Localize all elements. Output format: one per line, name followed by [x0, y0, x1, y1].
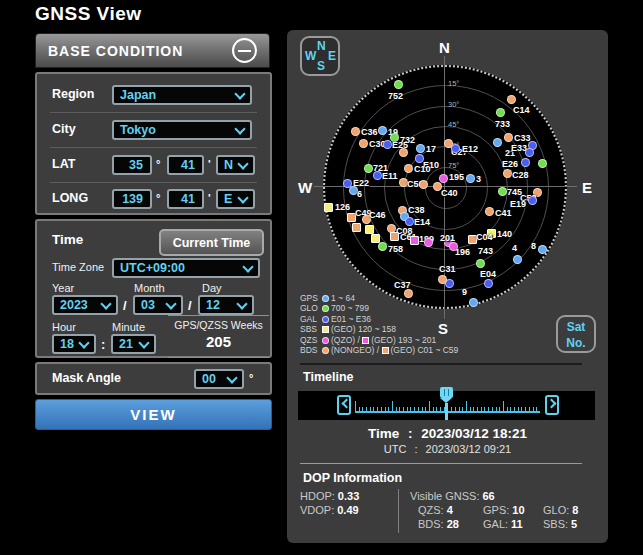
satellite-label: E19: [510, 199, 526, 209]
legend-system-name: QZS: [300, 335, 322, 345]
satellite-label: C46: [369, 210, 386, 220]
lat-minutes-input[interactable]: 41: [167, 155, 204, 175]
satellite-label: 6: [357, 189, 362, 199]
satellite-marker: [404, 164, 413, 173]
mask-angle-label: Mask Angle: [52, 371, 121, 385]
long-hemisphere-select[interactable]: E: [216, 189, 255, 209]
degree-symbol: °: [249, 372, 253, 384]
timeline-left-arrow[interactable]: [337, 395, 351, 415]
legend-system-name: GAL: [300, 314, 322, 324]
month-select[interactable]: 03: [133, 295, 183, 315]
colon: :: [414, 443, 417, 455]
gnss-count: GAL:11: [483, 518, 523, 530]
legend-marker-icon: [322, 347, 329, 354]
legend-marker-icon: [322, 337, 329, 344]
satellite-marker: [424, 238, 433, 247]
collapse-minus-icon[interactable]: [232, 38, 257, 63]
legend-system-name: BDS: [300, 345, 322, 355]
region-value: Japan: [120, 88, 156, 102]
minute-symbol: ': [208, 192, 211, 204]
legend-range-text: (NONGEO) /: [331, 345, 382, 355]
current-time-button[interactable]: Current Time: [159, 229, 264, 256]
chevron-down-icon: [236, 298, 247, 309]
satellite-label: C28: [512, 170, 529, 180]
gnss-count-value: 5: [571, 518, 577, 530]
satellite-label: 9: [462, 287, 467, 297]
sat-no-button[interactable]: Sat No.: [556, 315, 596, 353]
gnss-count: BDS:28: [418, 518, 459, 530]
gnss-count-label: GAL:: [483, 518, 508, 530]
satellite-marker: [496, 108, 505, 117]
hour-select[interactable]: 18: [52, 334, 96, 354]
satellite-label: 8: [531, 241, 536, 251]
gnss-count-value: 8: [572, 504, 578, 516]
satellite-marker: [405, 217, 414, 226]
satellite-marker: [390, 232, 399, 241]
gnss-view-app: GNSS View BASE CONDITION Region Japan Ci…: [0, 0, 643, 555]
timezone-select[interactable]: UTC+09:00: [112, 258, 260, 278]
long-hemisphere-value: E: [224, 192, 232, 206]
compass-south: S: [317, 59, 325, 73]
divider: [50, 182, 257, 183]
region-select[interactable]: Japan: [112, 85, 252, 105]
vdop-value: 0.49: [337, 504, 358, 516]
timeline-right-arrow[interactable]: [545, 395, 559, 415]
mask-angle-select[interactable]: 00: [194, 369, 244, 389]
satellite-marker: [503, 169, 512, 178]
timeline-title: Timeline: [303, 370, 353, 384]
date-separator: /: [188, 298, 192, 313]
view-button[interactable]: VIEW: [35, 399, 272, 430]
chevron-right-icon: [547, 399, 557, 409]
satellite-marker: [399, 148, 408, 157]
satellite-label: C36: [361, 127, 378, 137]
hour-label: Hour: [52, 321, 76, 333]
divider: [50, 147, 257, 148]
satellite-marker: [378, 126, 387, 135]
satellite-marker: [469, 298, 478, 307]
chevron-down-icon: [234, 88, 245, 99]
lat-hemisphere-select[interactable]: N: [216, 155, 255, 175]
minute-select[interactable]: 21: [111, 334, 156, 354]
satellite-marker: [352, 223, 361, 232]
legend-row: GLO700 ~ 799: [300, 303, 369, 313]
chevron-down-icon: [226, 372, 237, 383]
long-degrees-input[interactable]: 139: [112, 189, 152, 209]
visible-gnss-readout: Visible GNSS:66: [410, 490, 495, 502]
long-minutes-input[interactable]: 41: [167, 189, 204, 209]
legend-row: GPS1 ~ 64: [300, 293, 355, 303]
legend-marker-icon: [322, 305, 329, 312]
satellite-marker: [351, 127, 360, 136]
city-select[interactable]: Tokyo: [112, 120, 252, 140]
divider: [300, 363, 582, 365]
slider-stem: [445, 403, 448, 420]
mask-angle-value: 00: [202, 372, 216, 386]
satellite-label: 743: [478, 246, 493, 256]
day-select[interactable]: 12: [198, 295, 254, 315]
year-select[interactable]: 2023: [52, 295, 118, 315]
weeks-value: 205: [168, 333, 269, 350]
degree-symbol: °: [156, 158, 160, 170]
dop-information-title: DOP Information: [303, 471, 402, 485]
local-time-readout: Time : 2023/03/12 18:21: [287, 426, 608, 441]
satellite-label: 196: [455, 247, 470, 257]
legend-row: BDS(NONGEO) / (GEO) C01 ~ C59: [300, 345, 458, 355]
date-separator: /: [123, 298, 127, 313]
divider: [398, 489, 399, 533]
utc-label: UTC: [384, 443, 407, 455]
gnss-count: SBS:5: [543, 518, 577, 530]
city-label: City: [52, 122, 76, 136]
utc-value: 2023/03/12 09:21: [426, 443, 512, 455]
satellite-label: C41: [495, 208, 512, 218]
timeline-slider-handle[interactable]: [440, 387, 453, 421]
legend-range-text: (GEO) C01 ~ C59: [391, 345, 459, 355]
legend-range-text: E01 ~ E36: [331, 314, 371, 324]
compass-icon: N E S W: [300, 36, 340, 76]
legend-row: GALE01 ~ E36: [300, 314, 371, 324]
gnss-count-value: 28: [447, 518, 459, 530]
gnss-count-label: GLO:: [543, 504, 569, 516]
sky-plot: N E S W 15°30°45°60°75° 752C14733C361973…: [287, 30, 608, 543]
chevron-down-icon: [237, 192, 248, 203]
lat-degrees-input[interactable]: 35: [112, 155, 152, 175]
satellite-label: E26: [502, 159, 518, 169]
elevation-tick-label: 45°: [448, 120, 459, 129]
